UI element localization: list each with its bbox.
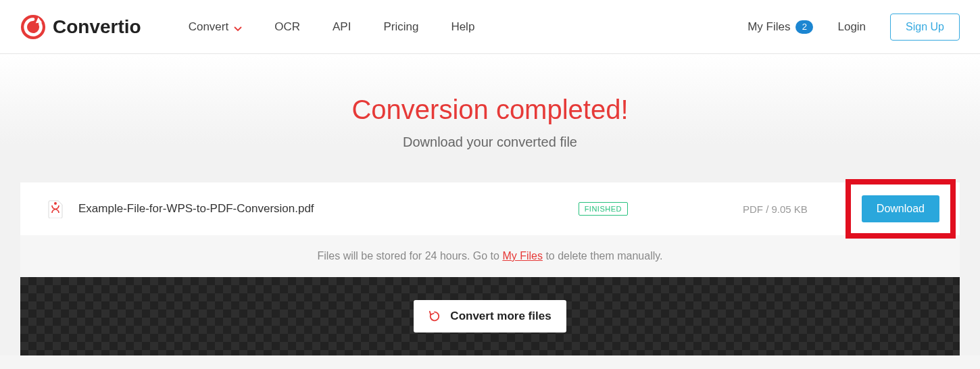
download-button[interactable]: Download (862, 195, 939, 222)
nav-myfiles-label: My Files (748, 20, 790, 34)
myfiles-count-badge: 2 (795, 20, 813, 34)
brand-name: Convertio (53, 16, 141, 38)
convert-more-button[interactable]: Convert more files (414, 300, 566, 333)
file-name: Example-File-for-WPS-to-PDF-Conversion.p… (78, 202, 579, 216)
convert-more-label: Convert more files (450, 310, 551, 323)
nav-convert-label: Convert (189, 20, 229, 34)
main-content: Conversion completed! Download your conv… (0, 54, 980, 355)
note-suffix: to delete them manually. (543, 250, 663, 262)
nav-login[interactable]: Login (837, 20, 866, 34)
logo[interactable]: Convertio (20, 14, 141, 40)
note-prefix: Files will be stored for 24 hours. Go to (317, 250, 502, 262)
page-subtitle: Download your converted file (0, 134, 980, 150)
chevron-down-icon (234, 23, 242, 31)
file-meta: PDF / 9.05 KB (743, 203, 808, 215)
checker-panel: Convert more files (20, 277, 960, 355)
storage-note: Files will be stored for 24 hours. Go to… (20, 235, 960, 277)
nav-myfiles[interactable]: My Files 2 (748, 20, 813, 34)
nav-api[interactable]: API (333, 20, 351, 34)
nav-help[interactable]: Help (451, 20, 474, 34)
signup-button[interactable]: Sign Up (890, 14, 960, 41)
pdf-file-icon (47, 199, 64, 218)
right-nav: My Files 2 Login Sign Up (748, 14, 960, 41)
convertio-logo-icon (20, 14, 46, 40)
file-row: Example-File-for-WPS-to-PDF-Conversion.p… (20, 182, 960, 235)
status-badge: FINISHED (579, 202, 628, 216)
nav-pricing[interactable]: Pricing (383, 20, 418, 34)
myfiles-link[interactable]: My Files (502, 250, 543, 262)
reload-icon (428, 310, 441, 322)
nav-ocr[interactable]: OCR (274, 20, 300, 34)
nav-convert[interactable]: Convert (189, 20, 243, 34)
page-title: Conversion completed! (0, 95, 980, 125)
main-nav: Convert OCR API Pricing Help (189, 20, 748, 34)
header-bar: Convertio Convert OCR API Pricing Help M… (0, 0, 980, 54)
download-wrap: Download (862, 195, 939, 222)
